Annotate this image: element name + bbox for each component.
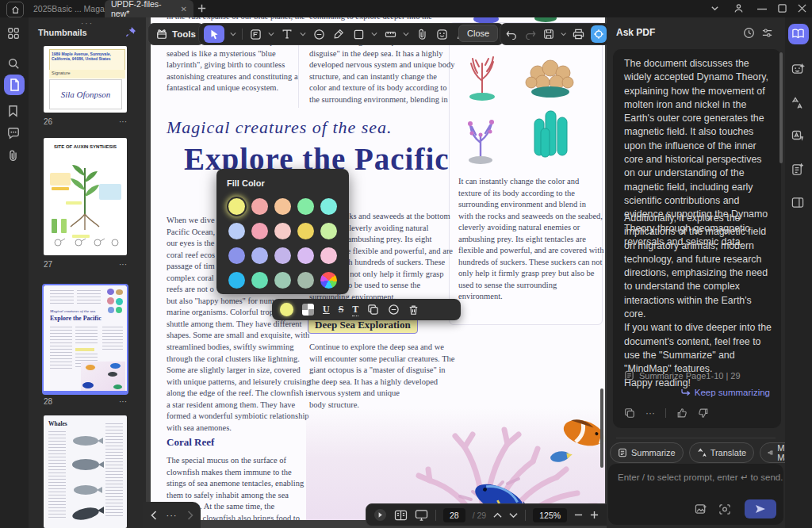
fill-color-swatches-item[interactable] (274, 247, 291, 264)
fill-color-swatches-item[interactable] (320, 198, 337, 215)
save-icon[interactable] (542, 27, 555, 41)
document-scrollbar[interactable] (600, 388, 603, 468)
fill-color-swatches-item[interactable] (228, 198, 245, 215)
maximize-icon[interactable] (778, 4, 787, 13)
fill-color-swatches-item[interactable] (228, 247, 245, 264)
print-icon[interactable] (573, 27, 585, 41)
bookmark-icon[interactable] (7, 105, 21, 119)
fill-color-swatches-item[interactable] (297, 223, 314, 239)
strikethrough-icon[interactable]: S (339, 304, 344, 316)
squiggly-underline-icon[interactable]: T (352, 304, 358, 316)
thumbnail-more-icon[interactable]: ··· (119, 397, 127, 407)
fill-color-swatches-item[interactable] (274, 198, 291, 215)
screenshot-icon[interactable] (718, 503, 731, 515)
attachment-tool[interactable] (415, 27, 429, 41)
comment-tool[interactable] (312, 27, 326, 41)
fill-color-swatches-item[interactable] (297, 247, 314, 264)
thumbs-down-icon[interactable] (698, 407, 709, 419)
fill-color-swatches-item[interactable] (274, 272, 291, 289)
close-window-icon[interactable] (798, 4, 806, 13)
thumbnails-tab-selected[interactable] (4, 75, 25, 95)
thumbnail-page-26[interactable]: 1989 Maple Avenue, Sunnyvale, California… (44, 46, 127, 113)
reader-view-icon[interactable] (791, 197, 806, 211)
add-image-icon[interactable] (695, 503, 707, 515)
attachment-icon[interactable] (7, 149, 21, 163)
message-more-icon[interactable]: ··· (645, 407, 655, 419)
nav-more-icon[interactable]: ··· (167, 511, 178, 520)
new-tab-icon[interactable] (197, 3, 207, 13)
opacity-icon[interactable] (302, 304, 314, 316)
comments-icon[interactable] (7, 127, 21, 141)
copy-message-icon[interactable] (624, 407, 635, 419)
fill-color-swatches-item[interactable] (320, 223, 337, 239)
next-page-chevron-icon[interactable] (509, 512, 518, 518)
home-icon[interactable] (6, 2, 24, 17)
fill-color-swatches-item[interactable] (274, 223, 291, 239)
fill-color-swatches-item[interactable] (228, 223, 245, 239)
copy-icon[interactable] (367, 304, 379, 316)
translate-button[interactable]: Translate (689, 442, 754, 463)
save-chevron-icon[interactable] (561, 31, 566, 37)
ai-assistant-button[interactable] (591, 25, 607, 43)
chat-scrollbar[interactable] (779, 52, 783, 163)
chat-history-icon[interactable] (743, 27, 755, 39)
zoom-out-icon[interactable] (574, 511, 583, 519)
thumbnail-page-29[interactable]: Whales (44, 415, 127, 528)
send-button[interactable] (745, 499, 776, 518)
prev-page-icon[interactable] (151, 511, 157, 520)
sticker-tool[interactable] (435, 27, 449, 41)
trash-icon[interactable] (408, 304, 419, 316)
text-tool-chevron-icon[interactable] (300, 31, 306, 37)
minimize-icon[interactable] (757, 8, 767, 10)
presentation-icon[interactable] (415, 509, 428, 521)
select-tool-chevron-icon[interactable] (230, 31, 236, 37)
fill-color-swatches-item[interactable] (251, 272, 268, 289)
pin-icon[interactable] (125, 26, 136, 37)
thumbs-up-icon[interactable] (676, 407, 688, 419)
fill-color-swatches-item[interactable] (320, 247, 337, 264)
comment-bubble-icon[interactable] (388, 304, 400, 316)
fill-color-swatches-item[interactable] (251, 198, 268, 215)
select-tool-active[interactable] (204, 25, 224, 43)
prompt-input-box[interactable]: Enter / to select prompt, enter ↵ to sen… (608, 464, 783, 525)
close-toolbar-button[interactable]: Close (458, 25, 498, 42)
undo-icon[interactable] (505, 27, 518, 41)
shape-tool-chevron-icon[interactable] (371, 31, 377, 37)
thumbnail-more-icon[interactable]: ··· (119, 260, 127, 270)
chat-settings-icon[interactable] (761, 27, 773, 39)
zoom-level-input[interactable]: 125% (533, 508, 567, 522)
next-page-icon[interactable] (187, 511, 193, 520)
autoscroll-icon[interactable] (373, 508, 387, 522)
ai-summarize-icon[interactable] (791, 163, 806, 178)
keep-summarizing-link[interactable]: Keep summarizing (681, 388, 770, 397)
fill-color-swatches-item[interactable] (297, 272, 314, 289)
ai-chat-icon[interactable] (791, 63, 806, 78)
thumbnail-more-icon[interactable]: ··· (119, 117, 127, 127)
page-number-input[interactable]: 28 (443, 508, 465, 522)
page-layout-icon[interactable] (394, 510, 408, 521)
titlebar-chevron-down-icon[interactable] (710, 5, 719, 12)
tools-menu-button[interactable]: Tools (147, 23, 205, 45)
measure-tool[interactable] (383, 27, 397, 41)
fill-color-swatches-item[interactable] (320, 272, 337, 289)
translate-page-icon[interactable] (791, 130, 806, 144)
summarize-button[interactable]: Summarize (610, 442, 684, 463)
account-icon[interactable] (733, 3, 744, 13)
zoom-in-icon[interactable] (590, 511, 599, 519)
ask-pdf-tab-selected[interactable] (788, 24, 809, 44)
measure-tool-chevron-icon[interactable] (403, 31, 409, 37)
underline-icon[interactable]: U (323, 304, 330, 316)
redo-icon[interactable] (523, 27, 536, 41)
summary-source-row[interactable]: Summarize Page1-10 | 29 (624, 370, 741, 381)
apps-grid-icon[interactable] (7, 27, 21, 41)
highlighter-pen-tool[interactable] (331, 27, 346, 41)
search-icon[interactable] (7, 57, 21, 71)
tab-updf-2-files[interactable]: UPDF-2-files-new* ✕ (105, 0, 193, 17)
text-tool[interactable] (280, 27, 294, 41)
prev-page-chevron-icon[interactable] (493, 512, 502, 518)
edit-pdf-tool[interactable] (248, 27, 262, 41)
fill-color-swatches-item[interactable] (251, 223, 268, 239)
tab-close-icon[interactable]: ✕ (181, 5, 187, 13)
fill-color-swatches-item[interactable] (251, 247, 268, 264)
edit-tool-chevron-icon[interactable] (268, 31, 274, 37)
